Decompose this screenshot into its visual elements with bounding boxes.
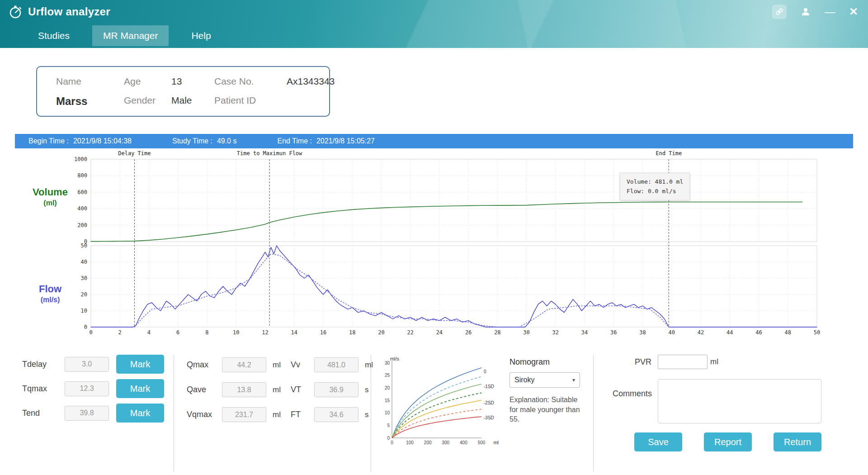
report-button[interactable]: Report (704, 432, 752, 451)
qave-input[interactable] (222, 382, 266, 397)
svg-text:8: 8 (205, 329, 208, 336)
age-value: 13 (171, 76, 214, 87)
svg-text:1000: 1000 (74, 156, 87, 162)
tdelay-input[interactable] (65, 357, 109, 372)
main-chart[interactable]: 1000800600400200050403020100024681012141… (15, 148, 853, 343)
svg-text:42: 42 (698, 329, 704, 336)
svg-text:4: 4 (147, 329, 151, 336)
svg-text:0: 0 (387, 436, 390, 441)
svg-text:10: 10 (81, 308, 87, 314)
svg-text:200: 200 (77, 222, 87, 228)
begin-time-value: 2021/9/8 15:04:38 (73, 137, 132, 145)
svg-text:300: 300 (442, 440, 449, 445)
ft-label: FT (291, 410, 308, 419)
nomogram-selected: Siroky (514, 376, 534, 384)
main-menu: Studies MR Manager Help (0, 24, 868, 48)
menu-item-studies[interactable]: Studies (27, 25, 80, 46)
nomogram-chart-section: 0510152025300100200300400500ml/sml0-1SD-… (371, 355, 507, 471)
svg-text:ml: ml (493, 440, 499, 445)
tqmax-label: Tqmax (22, 384, 57, 394)
gender-value: Male (171, 95, 214, 108)
time-marks-section: Tdelay Mark Tqmax Mark Tend Mark (15, 355, 174, 471)
svg-text:46: 46 (755, 329, 762, 336)
pvr-input[interactable] (658, 355, 708, 369)
svg-text:6: 6 (176, 329, 179, 336)
minimize-icon: — (825, 7, 835, 16)
name-label: Name (56, 76, 124, 87)
vt-label: VT (291, 385, 308, 394)
svg-text:500: 500 (478, 440, 486, 445)
svg-text:400: 400 (77, 205, 87, 212)
svg-text:0: 0 (89, 329, 92, 336)
minimize-button[interactable]: — (825, 7, 835, 16)
menu-item-mr-manager[interactable]: MR Manager (92, 25, 169, 46)
svg-text:34: 34 (581, 329, 588, 336)
vqmax-input[interactable] (222, 407, 266, 422)
begin-time-label: Begin Time : (28, 137, 69, 145)
svg-text:12: 12 (262, 329, 268, 336)
flow-axis-title: Flow (ml/s) (23, 283, 77, 304)
tooltip-volume: Volume: 481.0 ml (627, 177, 683, 186)
user-button[interactable] (800, 6, 811, 17)
svg-text:2: 2 (118, 329, 122, 336)
tend-input[interactable] (65, 406, 109, 421)
close-icon: ✕ (849, 5, 858, 18)
svg-text:400: 400 (460, 440, 467, 445)
header: Urflow analyzer — ✕ Studies MR Manager H… (0, 0, 868, 48)
svg-text:15: 15 (385, 398, 390, 403)
svg-text:10: 10 (233, 329, 239, 336)
app-logo-icon (7, 4, 24, 20)
svg-text:-3SD: -3SD (484, 415, 494, 420)
tend-label: Tend (22, 408, 57, 418)
link-button[interactable] (772, 5, 787, 19)
svg-text:28: 28 (494, 329, 500, 336)
close-button[interactable]: ✕ (849, 5, 858, 18)
svg-text:Delay Time: Delay Time (118, 150, 151, 157)
vqmax-label: Vqmax (187, 410, 216, 419)
title-bar: Urflow analyzer — ✕ (0, 0, 868, 24)
svg-text:-2SD: -2SD (484, 400, 494, 405)
mark-tend-button[interactable]: Mark (116, 404, 164, 423)
ft-input[interactable] (314, 407, 359, 422)
link-icon (775, 8, 783, 16)
svg-text:24: 24 (436, 329, 443, 336)
patient-id-label: Patient ID (214, 95, 287, 108)
nomogram-select-section: Nomogram Siroky ▾ Explanation: Suitable … (507, 355, 594, 471)
svg-text:32: 32 (552, 329, 559, 336)
svg-text:800: 800 (77, 172, 87, 179)
svg-text:40: 40 (81, 259, 87, 265)
svg-text:30: 30 (81, 275, 87, 281)
qave-unit: ml (273, 385, 284, 394)
tqmax-input[interactable] (65, 381, 109, 396)
gender-label: Gender (124, 95, 171, 108)
svg-text:40: 40 (669, 329, 675, 336)
return-button[interactable]: Return (774, 432, 821, 451)
mark-tqmax-button[interactable]: Mark (116, 379, 164, 398)
chevron-down-icon: ▾ (572, 377, 575, 383)
svg-text:38: 38 (639, 329, 646, 336)
tooltip-flow: Flow: 0.0 ml/s (627, 186, 683, 196)
svg-text:200: 200 (424, 440, 432, 445)
mark-tdelay-button[interactable]: Mark (116, 355, 164, 374)
case-no-value: Ax1343343 (287, 76, 350, 87)
age-label: Age (124, 76, 171, 87)
vt-input[interactable] (314, 382, 359, 397)
menu-item-help[interactable]: Help (180, 25, 222, 46)
svg-text:20: 20 (81, 291, 87, 298)
save-button[interactable]: Save (634, 432, 682, 451)
comments-textarea[interactable] (658, 379, 821, 423)
study-time-label: Study Time : (172, 137, 212, 145)
svg-text:30: 30 (523, 329, 529, 336)
svg-text:44: 44 (726, 329, 733, 336)
svg-text:10: 10 (385, 410, 390, 415)
svg-text:600: 600 (77, 189, 87, 195)
app-title: Urflow analyzer (28, 5, 110, 18)
qmax-input[interactable] (222, 357, 266, 372)
svg-text:36: 36 (610, 329, 617, 336)
svg-text:0: 0 (484, 369, 486, 374)
vv-input[interactable] (314, 357, 359, 372)
volume-axis-title: Volume (ml) (23, 186, 77, 207)
svg-text:End Time: End Time (656, 150, 682, 157)
nomogram-dropdown[interactable]: Siroky ▾ (509, 372, 580, 388)
svg-text:25: 25 (385, 373, 390, 378)
